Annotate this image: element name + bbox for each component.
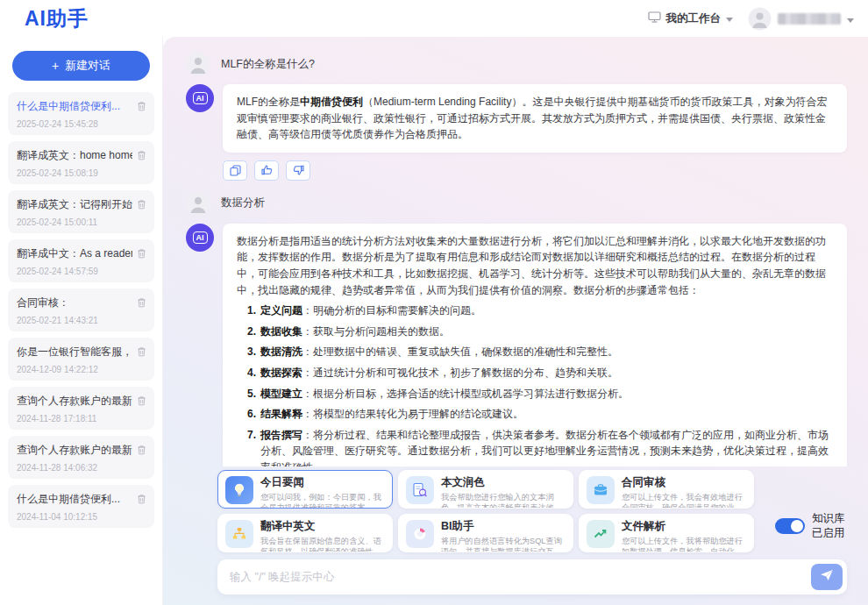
conversation-title: 翻译成英文：记得刚开始...: [17, 197, 132, 212]
conversation-item[interactable]: 合同审核：2025-02-21 14:43:21: [8, 288, 154, 331]
ai-message-bold-text: 中期借贷便利: [300, 96, 363, 108]
analysis-step: 6.结果解释：将模型的结果转化为易于理解的结论或建议。: [240, 406, 833, 423]
knowledge-base-toggle[interactable]: [775, 518, 805, 534]
conversation-list: 什么是中期借贷便利...2025-02-24 15:45:28翻译成英文：hom…: [0, 92, 162, 528]
feature-title: 翻译中英文: [260, 520, 385, 534]
pie-chart-icon: [406, 520, 434, 548]
step-number: 2.: [240, 324, 256, 340]
send-button[interactable]: [811, 564, 843, 590]
feature-card[interactable]: 今日要闻您可以问我，例如：今日要闻，我会尽力提供准确和可靠的答案。: [217, 470, 393, 509]
conversation-timestamp: 2024-11-04 10:12:15: [17, 512, 146, 522]
conversation-title: 查询个人存款账户的最新...: [17, 443, 132, 458]
step-term: 数据清洗: [260, 345, 302, 358]
ai-avatar: AI: [186, 224, 214, 252]
conversation-item[interactable]: 什么是中期借贷便利...2024-11-04 10:12:15: [8, 485, 154, 528]
step-term: 数据收集: [260, 325, 302, 338]
ai-message-card: MLF的全称是中期借贷便利（Medium-term Lending Facili…: [223, 84, 847, 153]
top-bar: AI助手 我的工作台: [0, 0, 868, 37]
trash-icon[interactable]: [137, 99, 146, 115]
ai-message-row: AI 数据分析是指用适当的统计分析方法对收集来的大量数据进行分析，将它们加以汇总…: [186, 224, 847, 466]
user-avatar: [186, 52, 210, 76]
workspace-label: 我的工作台: [666, 11, 722, 26]
monitor-icon: [648, 11, 661, 25]
user-message-text: MLF的全称是什么?: [221, 57, 315, 72]
user-avatar[interactable]: [748, 7, 772, 31]
feature-title: 本文润色: [441, 476, 566, 490]
briefcase-icon: [587, 476, 615, 504]
feature-card[interactable]: 合同审核您可以上传文件，我会有效地进行合同审核，确保合同满足您的业务需求。: [579, 470, 754, 509]
step-term: 报告撰写: [260, 429, 302, 441]
message-composer: [217, 559, 847, 594]
conversation-item[interactable]: 查询个人存款账户的最新...2024-11-28 17:18:11: [8, 387, 154, 430]
feature-card[interactable]: BI助手将用户的自然语言转化为SQL查询语句，并直接与数据库进行交互，返回智能推…: [398, 514, 573, 552]
conversation-item[interactable]: 什么是中期借贷便利...2025-02-24 15:45:28: [8, 92, 154, 135]
user-avatar: [186, 191, 210, 216]
trash-icon[interactable]: [137, 492, 146, 508]
trash-icon[interactable]: [137, 246, 146, 262]
app-logo: AI助手: [25, 5, 89, 32]
analysis-step: 7.报告撰写：将分析过程、结果和结论整理成报告，供决策者参考。数据分析在各个领域…: [240, 427, 833, 466]
analysis-step: 4.数据探索：通过统计分析和可视化技术，初步了解数据的分布、趋势和关联。: [240, 365, 833, 381]
step-number: 3.: [240, 344, 256, 360]
feature-card[interactable]: 翻译中英文我会旨在保留原始信息的含义、语气和风格，以确保翻译的准确性和自然流畅。: [217, 514, 393, 552]
feature-description: 您可以上传文件，我会有效地进行合同审核，确保合同满足您的业务需求。: [622, 492, 746, 509]
conversation-item[interactable]: 翻译成中文：As a reader...2025-02-24 14:57:59: [8, 239, 154, 282]
step-description: ：明确分析的目标和需要解决的问题。: [302, 304, 481, 317]
analysis-steps-list: 1.定义问题：明确分析的目标和需要解决的问题。2.数据收集：获取与分析问题相关的…: [240, 302, 833, 466]
step-term: 数据探索: [260, 367, 302, 379]
trash-icon[interactable]: [137, 345, 146, 360]
conversation-timestamp: 2025-02-24 15:45:28: [17, 119, 146, 129]
step-description: ：获取与分析问题相关的数据。: [302, 325, 450, 338]
ai-avatar: AI: [186, 84, 214, 112]
message-input[interactable]: [230, 571, 811, 583]
copy-button[interactable]: [223, 160, 247, 181]
trash-icon[interactable]: [137, 197, 146, 213]
conversation-item[interactable]: 查询个人存款账户的最新...2024-11-28 14:06:32: [8, 436, 154, 479]
ai-message-card: 数据分析是指用适当的统计分析方法对收集来的大量数据进行分析，将它们加以汇总和理解…: [223, 224, 847, 466]
feature-description: 您可以问我，例如：今日要闻，我会尽力提供准确和可靠的答案。: [260, 492, 385, 509]
feature-title: 文件解析: [622, 520, 746, 534]
step-number: 4.: [240, 365, 256, 381]
conversation-title: 翻译成英文：home home: [17, 148, 132, 163]
username-redacted: [778, 13, 841, 25]
ai-message-text: MLF的全称是: [237, 96, 300, 108]
workspace-menu[interactable]: 我的工作台: [648, 11, 734, 26]
plus-icon: +: [52, 59, 59, 73]
trash-icon[interactable]: [137, 394, 146, 409]
conversation-title: 合同审核：: [17, 295, 132, 310]
trend-arrow-icon: [587, 520, 615, 548]
thumbs-down-button[interactable]: [286, 160, 310, 181]
analysis-step: 3.数据清洗：处理数据中的错误、重复或缺失值，确保数据的准确性和完整性。: [240, 344, 833, 360]
chevron-down-icon[interactable]: [847, 11, 854, 26]
step-number: 1.: [240, 302, 256, 319]
conversation-item[interactable]: 你是一位银行智能客服，...2024-12-09 14:22:12: [8, 338, 154, 381]
step-number: 7.: [240, 427, 256, 466]
new-chat-button[interactable]: + 新建对话: [12, 51, 150, 81]
new-chat-label: 新建对话: [65, 58, 110, 74]
user-message-row: MLF的全称是什么?: [186, 47, 847, 82]
analysis-step: 1.定义问题：明确分析的目标和需要解决的问题。: [240, 302, 833, 319]
conversation-timestamp: 2025-02-24 15:00:11: [17, 217, 146, 227]
conversation-title: 翻译成中文：As a reader...: [17, 246, 132, 261]
feature-card[interactable]: 本文润色我会帮助您进行您输入的文本润色，提高文本的流畅度和表达效果。: [398, 470, 573, 509]
trash-icon[interactable]: [137, 295, 146, 311]
feature-card[interactable]: 文件解析您可以上传文件，我将帮助您进行如数据处理、信息检索、自动化办公等。: [579, 514, 754, 552]
polish-doc-icon: [406, 476, 434, 504]
conversation-timestamp: 2025-02-21 14:43:21: [17, 316, 146, 325]
conversation-item[interactable]: 翻译成英文：home home2025-02-24 15:08:19: [8, 141, 154, 184]
step-description: ：通过统计分析和可视化技术，初步了解数据的分布、趋势和关联。: [302, 367, 618, 379]
step-number: 5.: [240, 386, 256, 402]
conversation-title: 什么是中期借贷便利...: [17, 99, 132, 114]
feature-description: 我会旨在保留原始信息的含义、语气和风格，以确保翻译的准确性和自然流畅。: [260, 536, 385, 552]
ai-message-actions: [223, 160, 847, 181]
translate-icon: [225, 520, 253, 548]
ai-message-row: AI MLF的全称是中期借贷便利（Medium-term Lending Fac…: [186, 84, 847, 153]
feature-title: BI助手: [441, 520, 566, 534]
trash-icon[interactable]: [137, 148, 146, 164]
trash-icon[interactable]: [137, 443, 146, 459]
bulb-icon: [225, 476, 253, 504]
step-description: ：根据分析目标，选择合适的统计模型或机器学习算法进行数据分析。: [302, 388, 629, 400]
thumbs-up-button[interactable]: [254, 160, 279, 181]
step-term: 模型建立: [260, 388, 302, 400]
conversation-item[interactable]: 翻译成英文：记得刚开始...2025-02-24 15:00:11: [8, 190, 154, 233]
